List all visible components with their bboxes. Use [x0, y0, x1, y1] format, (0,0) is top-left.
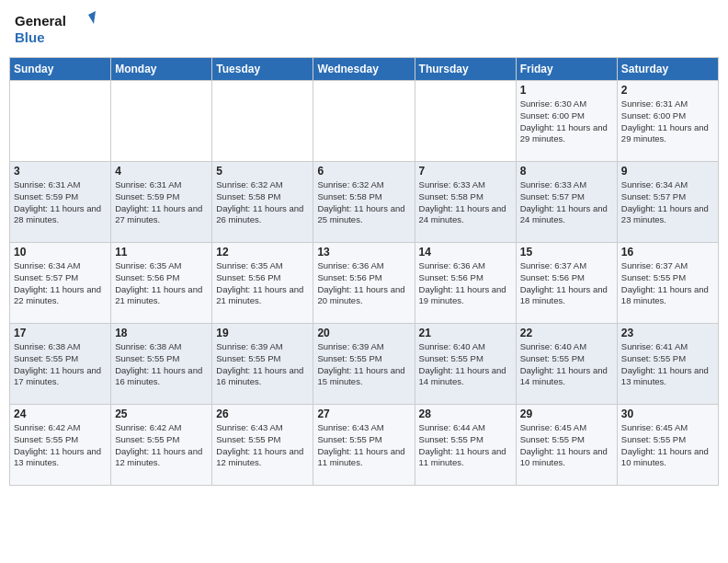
weekday-header: Monday: [111, 58, 212, 81]
day-info: Sunrise: 6:31 AMSunset: 6:00 PMDaylight:…: [621, 98, 714, 145]
calendar-cell: 28Sunrise: 6:44 AMSunset: 5:55 PMDayligh…: [415, 405, 516, 486]
day-number: 2: [621, 84, 714, 97]
day-number: 1: [520, 84, 613, 97]
weekday-header: Tuesday: [212, 58, 313, 81]
calendar-cell: 13Sunrise: 6:36 AMSunset: 5:56 PMDayligh…: [313, 243, 415, 324]
calendar-cell: 6Sunrise: 6:32 AMSunset: 5:58 PMDaylight…: [313, 162, 415, 243]
calendar-cell: 16Sunrise: 6:37 AMSunset: 5:55 PMDayligh…: [617, 243, 718, 324]
day-number: 16: [621, 246, 714, 259]
calendar-cell: 9Sunrise: 6:34 AMSunset: 5:57 PMDaylight…: [617, 162, 718, 243]
day-info: Sunrise: 6:37 AMSunset: 5:55 PMDaylight:…: [621, 260, 714, 307]
day-info: Sunrise: 6:40 AMSunset: 5:55 PMDaylight:…: [419, 341, 512, 388]
day-info: Sunrise: 6:32 AMSunset: 5:58 PMDaylight:…: [317, 179, 410, 226]
calendar-cell: 1Sunrise: 6:30 AMSunset: 6:00 PMDaylight…: [516, 81, 617, 162]
day-number: 20: [317, 327, 410, 339]
day-number: 5: [216, 165, 309, 178]
day-info: Sunrise: 6:36 AMSunset: 5:56 PMDaylight:…: [419, 260, 512, 307]
day-number: 3: [14, 165, 107, 178]
day-info: Sunrise: 6:33 AMSunset: 5:57 PMDaylight:…: [520, 179, 613, 226]
day-info: Sunrise: 6:39 AMSunset: 5:55 PMDaylight:…: [317, 341, 410, 388]
day-number: 28: [419, 408, 512, 420]
day-info: Sunrise: 6:43 AMSunset: 5:55 PMDaylight:…: [216, 422, 309, 469]
day-info: Sunrise: 6:41 AMSunset: 5:55 PMDaylight:…: [621, 341, 714, 388]
calendar-cell: 29Sunrise: 6:45 AMSunset: 5:55 PMDayligh…: [516, 405, 617, 486]
calendar-cell: 19Sunrise: 6:39 AMSunset: 5:55 PMDayligh…: [212, 324, 313, 405]
page-header: General Blue: [9, 9, 719, 50]
calendar-cell: 25Sunrise: 6:42 AMSunset: 5:55 PMDayligh…: [111, 405, 212, 486]
calendar-table: SundayMondayTuesdayWednesdayThursdayFrid…: [9, 57, 719, 486]
logo-svg: General Blue: [13, 9, 96, 50]
calendar-cell: [415, 81, 516, 162]
svg-marker-2: [88, 11, 96, 24]
day-info: Sunrise: 6:36 AMSunset: 5:56 PMDaylight:…: [317, 260, 410, 307]
day-info: Sunrise: 6:33 AMSunset: 5:58 PMDaylight:…: [419, 179, 512, 226]
day-info: Sunrise: 6:32 AMSunset: 5:58 PMDaylight:…: [216, 179, 309, 226]
calendar-cell: 30Sunrise: 6:45 AMSunset: 5:55 PMDayligh…: [617, 405, 718, 486]
day-info: Sunrise: 6:43 AMSunset: 5:55 PMDaylight:…: [317, 422, 410, 469]
day-number: 12: [216, 246, 309, 259]
day-number: 15: [520, 246, 613, 259]
day-number: 21: [419, 327, 512, 339]
day-number: 29: [520, 408, 613, 420]
day-number: 4: [115, 165, 208, 178]
weekday-header: Thursday: [415, 58, 516, 81]
day-info: Sunrise: 6:38 AMSunset: 5:55 PMDaylight:…: [115, 341, 208, 388]
day-info: Sunrise: 6:35 AMSunset: 5:56 PMDaylight:…: [216, 260, 309, 307]
calendar-cell: 14Sunrise: 6:36 AMSunset: 5:56 PMDayligh…: [415, 243, 516, 324]
day-number: 14: [419, 246, 512, 259]
day-info: Sunrise: 6:38 AMSunset: 5:55 PMDaylight:…: [14, 341, 107, 388]
calendar-cell: 4Sunrise: 6:31 AMSunset: 5:59 PMDaylight…: [111, 162, 212, 243]
day-info: Sunrise: 6:45 AMSunset: 5:55 PMDaylight:…: [520, 422, 613, 469]
calendar-cell: [212, 81, 313, 162]
day-info: Sunrise: 6:45 AMSunset: 5:55 PMDaylight:…: [621, 422, 714, 469]
weekday-header: Wednesday: [313, 58, 415, 81]
calendar-cell: 24Sunrise: 6:42 AMSunset: 5:55 PMDayligh…: [10, 405, 111, 486]
day-number: 6: [317, 165, 410, 178]
day-number: 26: [216, 408, 309, 420]
calendar-cell: 7Sunrise: 6:33 AMSunset: 5:58 PMDaylight…: [415, 162, 516, 243]
calendar-cell: 22Sunrise: 6:40 AMSunset: 5:55 PMDayligh…: [516, 324, 617, 405]
day-number: 30: [621, 408, 714, 420]
day-number: 13: [317, 246, 410, 259]
day-number: 11: [115, 246, 208, 259]
calendar-cell: 26Sunrise: 6:43 AMSunset: 5:55 PMDayligh…: [212, 405, 313, 486]
calendar-cell: 5Sunrise: 6:32 AMSunset: 5:58 PMDaylight…: [212, 162, 313, 243]
calendar-cell: 10Sunrise: 6:34 AMSunset: 5:57 PMDayligh…: [10, 243, 111, 324]
calendar-cell: 12Sunrise: 6:35 AMSunset: 5:56 PMDayligh…: [212, 243, 313, 324]
day-info: Sunrise: 6:42 AMSunset: 5:55 PMDaylight:…: [14, 422, 107, 469]
day-number: 9: [621, 165, 714, 178]
day-number: 23: [621, 327, 714, 339]
calendar-cell: 2Sunrise: 6:31 AMSunset: 6:00 PMDaylight…: [617, 81, 718, 162]
calendar-cell: 17Sunrise: 6:38 AMSunset: 5:55 PMDayligh…: [10, 324, 111, 405]
calendar-cell: 18Sunrise: 6:38 AMSunset: 5:55 PMDayligh…: [111, 324, 212, 405]
calendar-cell: 23Sunrise: 6:41 AMSunset: 5:55 PMDayligh…: [617, 324, 718, 405]
calendar-cell: 15Sunrise: 6:37 AMSunset: 5:56 PMDayligh…: [516, 243, 617, 324]
day-info: Sunrise: 6:31 AMSunset: 5:59 PMDaylight:…: [14, 179, 107, 226]
calendar-cell: 8Sunrise: 6:33 AMSunset: 5:57 PMDaylight…: [516, 162, 617, 243]
calendar-cell: 27Sunrise: 6:43 AMSunset: 5:55 PMDayligh…: [313, 405, 415, 486]
calendar-cell: 21Sunrise: 6:40 AMSunset: 5:55 PMDayligh…: [415, 324, 516, 405]
day-number: 8: [520, 165, 613, 178]
day-info: Sunrise: 6:30 AMSunset: 6:00 PMDaylight:…: [520, 98, 613, 145]
day-number: 22: [520, 327, 613, 339]
day-info: Sunrise: 6:42 AMSunset: 5:55 PMDaylight:…: [115, 422, 208, 469]
calendar-cell: 20Sunrise: 6:39 AMSunset: 5:55 PMDayligh…: [313, 324, 415, 405]
weekday-header: Saturday: [617, 58, 718, 81]
weekday-header: Sunday: [10, 58, 111, 81]
day-info: Sunrise: 6:35 AMSunset: 5:56 PMDaylight:…: [115, 260, 208, 307]
day-number: 25: [115, 408, 208, 420]
calendar-cell: [313, 81, 415, 162]
day-info: Sunrise: 6:34 AMSunset: 5:57 PMDaylight:…: [14, 260, 107, 307]
day-info: Sunrise: 6:44 AMSunset: 5:55 PMDaylight:…: [419, 422, 512, 469]
day-number: 27: [317, 408, 410, 420]
day-info: Sunrise: 6:31 AMSunset: 5:59 PMDaylight:…: [115, 179, 208, 226]
calendar-cell: [10, 81, 111, 162]
day-number: 18: [115, 327, 208, 339]
day-number: 24: [14, 408, 107, 420]
day-number: 17: [14, 327, 107, 339]
calendar-cell: 11Sunrise: 6:35 AMSunset: 5:56 PMDayligh…: [111, 243, 212, 324]
day-info: Sunrise: 6:34 AMSunset: 5:57 PMDaylight:…: [621, 179, 714, 226]
svg-text:Blue: Blue: [15, 29, 45, 45]
logo: General Blue: [13, 9, 96, 50]
day-info: Sunrise: 6:37 AMSunset: 5:56 PMDaylight:…: [520, 260, 613, 307]
